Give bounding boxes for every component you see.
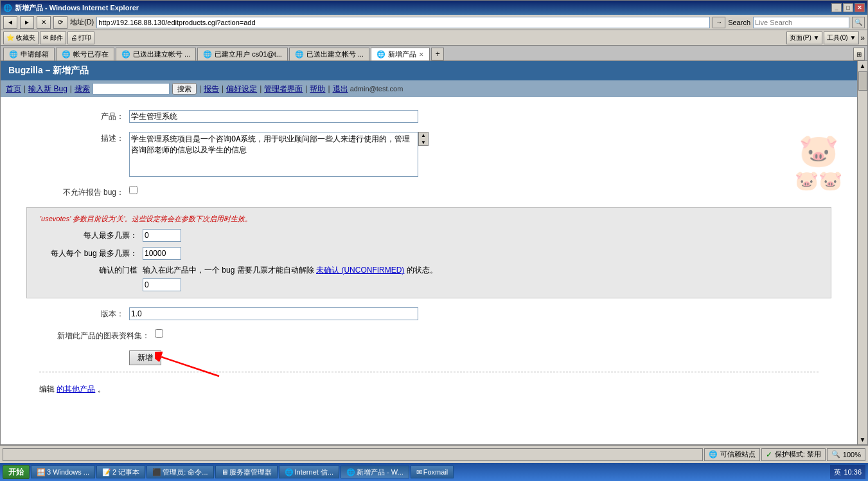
mascot-small-icons: 🐷🐷: [795, 169, 842, 192]
search-label: Search: [728, 19, 750, 26]
bugzilla-nav: 首页 | 输入新 Bug | 搜索 搜索 | 报告 | 偏好设定 | 管理者界面…: [1, 80, 857, 97]
scroll-down[interactable]: ▼: [858, 435, 867, 444]
tab-mail[interactable]: 🌐 申请邮箱: [3, 48, 55, 60]
tools-menu[interactable]: 工具(0) ▼: [824, 32, 859, 44]
no-bug-label: 不允许报告 bug：: [26, 186, 129, 198]
tab-icon-active: 🌐: [376, 50, 385, 59]
search-input[interactable]: [753, 17, 849, 28]
bottom-links: 编辑 的其他产品 。: [26, 379, 831, 400]
scroll-thumb[interactable]: [858, 71, 867, 91]
tab-icon-created: 🌐: [203, 50, 212, 59]
max-votes-bug-label: 每人每个 bug 最多几票：: [40, 248, 143, 259]
version-input[interactable]: [129, 307, 418, 320]
title-bar: 🌐 新增产品 - Windows Internet Explorer _ □ ✕: [1, 1, 867, 15]
nav-search-input[interactable]: [93, 83, 170, 95]
form-container: 🐷 🐷🐷 产品： 描述： ▲ ▼: [1, 97, 857, 413]
forward-button[interactable]: ►: [20, 16, 34, 29]
product-input[interactable]: [129, 110, 418, 123]
new-tab-button[interactable]: +: [431, 48, 444, 60]
address-input[interactable]: [96, 17, 710, 28]
confirm-label: 确认的门槛: [40, 265, 143, 276]
address-label: 地址(D): [70, 17, 94, 27]
tab-icon-sent2: 🌐: [295, 50, 304, 59]
tab-icon-exists: 🌐: [62, 50, 71, 59]
confirm-header: 确认的门槛 输入在此产品中，一个 bug 需要几票才能自动解除 未确认 (UNC…: [40, 265, 818, 291]
nav-admin[interactable]: 管理者界面: [264, 84, 303, 95]
address-bar: ◄ ► ✕ ⟳ 地址(D) → Search 🔍: [1, 15, 867, 30]
no-bug-row: 不允许报告 bug：: [26, 186, 831, 198]
chart-data-checkbox[interactable]: [155, 329, 163, 338]
version-row: 版本：: [26, 307, 831, 320]
stop-button[interactable]: ✕: [37, 16, 51, 29]
version-label: 版本：: [26, 307, 129, 320]
product-label: 产品：: [26, 110, 129, 122]
usevotes-section: 'usevotes' 参数目前设为'关'。这些设定将会在参数下次启用时生效。 每…: [26, 207, 831, 298]
max-votes-label: 每人最多几票：: [40, 230, 143, 241]
unconfirmed-link[interactable]: 未确认 (UNCONFIRMED): [316, 266, 404, 275]
back-button[interactable]: ◄: [3, 16, 17, 29]
favorites-button[interactable]: ⭐ 收藏夹: [3, 32, 39, 44]
quick-tabs-button[interactable]: ⊞: [853, 48, 865, 60]
nav-enter-bug[interactable]: 输入新 Bug: [28, 84, 67, 95]
tab-icon-mail: 🌐: [9, 50, 18, 59]
confirm-description: 输入在此产品中，一个 bug 需要几票才能自动解除 未确认 (UNCONFIRM…: [143, 265, 438, 276]
tab-icon-sent1: 🌐: [121, 50, 130, 59]
nav-search-button[interactable]: 搜索: [172, 83, 197, 95]
nav-logout: 退出 admin@test.com: [333, 84, 403, 95]
toolbar: ⭐ 收藏夹 ✉ 邮件 🖨 打印 页面(P) ▼ 工具(0) ▼ »: [1, 30, 867, 46]
chart-data-label: 新增此产品的图表资料集：: [26, 329, 155, 341]
window-title: 新增产品 - Windows Internet Explorer: [15, 3, 139, 13]
ie-icon: 🌐: [3, 4, 12, 12]
other-products-link[interactable]: 的其他产品: [57, 385, 95, 394]
go-button[interactable]: →: [713, 17, 725, 28]
vertical-scrollbar[interactable]: ▲ ▼: [857, 61, 867, 444]
confirm-section: 确认的门槛 输入在此产品中，一个 bug 需要几票才能自动解除 未确认 (UNC…: [40, 265, 818, 291]
nav-help[interactable]: 帮助: [310, 84, 325, 95]
tabs-bar: 🌐 申请邮箱 🌐 帐号已存在 🌐 已送出建立帐号 ... 🌐 已建立用户 cs0…: [1, 46, 867, 61]
chart-data-row: 新增此产品的图表资料集：: [26, 329, 831, 341]
product-row: 产品：: [26, 110, 831, 123]
textarea-scrollbar[interactable]: ▲ ▼: [418, 132, 429, 146]
arrow-annotation: [155, 344, 232, 385]
max-votes-bug-input[interactable]: [143, 247, 181, 260]
no-bug-checkbox[interactable]: [129, 186, 137, 194]
tab-new-product[interactable]: 🌐 新增产品 ✕: [371, 48, 430, 60]
nav-logout-link[interactable]: 退出: [333, 84, 348, 93]
confirm-threshold-input[interactable]: [143, 278, 181, 291]
page-menu[interactable]: 页面(P) ▼: [786, 32, 822, 44]
minimize-button[interactable]: _: [831, 3, 842, 12]
description-label: 描述：: [26, 132, 129, 144]
nav-report[interactable]: 报告: [204, 84, 219, 95]
nav-prefs[interactable]: 偏好设定: [226, 84, 257, 95]
max-votes-row: 每人最多几票：: [40, 229, 818, 242]
print-button[interactable]: 🖨 打印: [67, 32, 95, 44]
scroll-up[interactable]: ▲: [858, 61, 867, 71]
maximize-button[interactable]: □: [843, 3, 853, 12]
max-votes-bug-row: 每人每个 bug 最多几票：: [40, 247, 818, 260]
refresh-button[interactable]: ⟳: [53, 16, 67, 29]
bugzilla-header: Bugzilla – 新增产品: [1, 61, 857, 80]
usevotes-note: 'usevotes' 参数目前设为'关'。这些设定将会在参数下次启用时生效。: [40, 214, 818, 224]
nav-home[interactable]: 首页: [6, 84, 21, 95]
tab-close-button[interactable]: ✕: [419, 51, 424, 58]
tab-sent2[interactable]: 🌐 已送出建立帐号 ...: [289, 48, 369, 60]
svg-line-1: [161, 357, 219, 376]
description-textarea[interactable]: [129, 132, 418, 177]
max-votes-input[interactable]: [143, 229, 181, 242]
close-button[interactable]: ✕: [855, 3, 865, 12]
nav-search[interactable]: 搜索: [75, 84, 90, 95]
description-row: 描述： ▲ ▼: [26, 132, 831, 177]
search-go-button[interactable]: 🔍: [852, 17, 865, 28]
tab-created[interactable]: 🌐 已建立用户 cs01@t...: [197, 48, 288, 60]
tab-exists[interactable]: 🌐 帐号已存在: [56, 48, 114, 60]
mascot-area: 🐷 🐷🐷: [786, 97, 851, 226]
mail-button[interactable]: ✉ 邮件: [40, 32, 66, 44]
submit-area: 新增: [26, 350, 831, 365]
tab-sent1[interactable]: 🌐 已送出建立帐号 ...: [116, 48, 196, 60]
mascot-icon: 🐷: [799, 132, 838, 169]
